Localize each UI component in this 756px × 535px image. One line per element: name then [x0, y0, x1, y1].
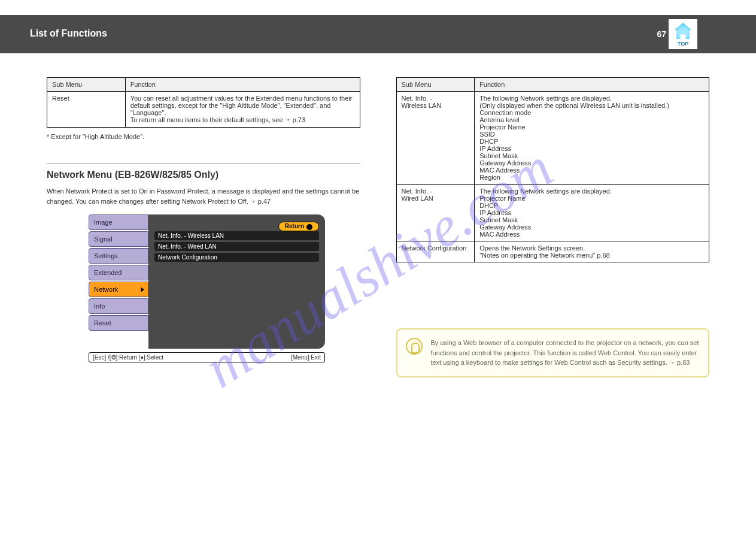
menu-item[interactable]: Net. Info. - Wireless LAN — [154, 231, 319, 240]
section-divider — [47, 163, 360, 164]
tab-signal[interactable]: Signal — [89, 231, 148, 247]
right-column: Sub Menu Function Net. Info. - Wireless … — [396, 77, 710, 377]
tab-info[interactable]: Info — [89, 298, 148, 314]
tab-reset[interactable]: Reset — [89, 315, 148, 331]
return-button[interactable]: Return — [278, 222, 319, 231]
osd-menu-screenshot: Image Signal Settings Extended Network I… — [89, 214, 325, 362]
table-header: Function — [475, 78, 709, 92]
footer-right-text: [Menu]:Exit — [291, 354, 321, 361]
submenu-table-right: Sub Menu Function Net. Info. - Wireless … — [396, 77, 710, 262]
table-row: Net. Info. - Wireless LAN The following … — [396, 92, 709, 185]
submenu-table-left: Sub Menu Function Reset You can reset al… — [47, 77, 360, 128]
top-button[interactable]: TOP — [669, 19, 697, 49]
section-paragraph: When Network Protect is set to On in Pas… — [47, 186, 360, 206]
top-label: TOP — [678, 41, 688, 47]
cell-submenu: Reset — [47, 92, 126, 128]
cell-submenu: Net. Info. - Wired LAN — [396, 185, 475, 241]
table-header: Function — [125, 78, 360, 92]
cell-submenu: Network Configuration — [396, 241, 475, 262]
table-row: Net. Info. - Wired LAN The following Net… — [396, 185, 709, 241]
tab-settings[interactable]: Settings — [89, 248, 148, 264]
menu-panel: Return Net. Info. - Wireless LAN Net. In… — [148, 214, 325, 349]
page-header: List of Functions 67 TOP — [0, 15, 756, 53]
tab-network[interactable]: Network — [89, 282, 148, 297]
left-column: Sub Menu Function Reset You can reset al… — [47, 77, 360, 377]
table-row: Network Configuration Opens the Network … — [396, 241, 709, 262]
tab-extended[interactable]: Extended — [89, 265, 148, 280]
cell-function: Opens the Network Settings screen. "Note… — [475, 241, 709, 262]
tip-icon — [406, 338, 423, 355]
home-icon — [672, 22, 694, 40]
top-margin — [0, 0, 756, 15]
section-heading: Network Menu (EB-826W/825/85 Only) — [47, 170, 360, 180]
page-number: 67 — [657, 29, 666, 39]
table-header: Sub Menu — [396, 78, 475, 92]
table-row: Reset You can reset all adjustment value… — [47, 92, 360, 128]
tab-image[interactable]: Image — [89, 214, 148, 230]
cell-submenu: Net. Info. - Wireless LAN — [396, 92, 475, 185]
footnote: * Except for "High Altitude Mode". — [47, 132, 360, 141]
menu-item[interactable]: Net. Info. - Wired LAN — [154, 242, 319, 251]
table-header: Sub Menu — [47, 78, 126, 92]
menu-tab-list: Image Signal Settings Extended Network I… — [89, 214, 148, 349]
cell-function: The following Network settings are displ… — [475, 92, 709, 185]
tip-callout: By using a Web browser of a computer con… — [396, 328, 710, 377]
footer-left-text: [Esc] /[❂]:Return [♦]:Select — [93, 354, 163, 361]
tip-text: By using a Web browser of a computer con… — [431, 338, 700, 368]
header-title: List of Functions — [30, 28, 107, 39]
cell-function: You can reset all adjustment values for … — [125, 92, 360, 128]
cell-function: The following Network settings are displ… — [475, 185, 709, 241]
menu-item[interactable]: Network Configuration — [154, 253, 319, 262]
menu-footer: [Esc] /[❂]:Return [♦]:Select [Menu]:Exit — [89, 352, 325, 362]
